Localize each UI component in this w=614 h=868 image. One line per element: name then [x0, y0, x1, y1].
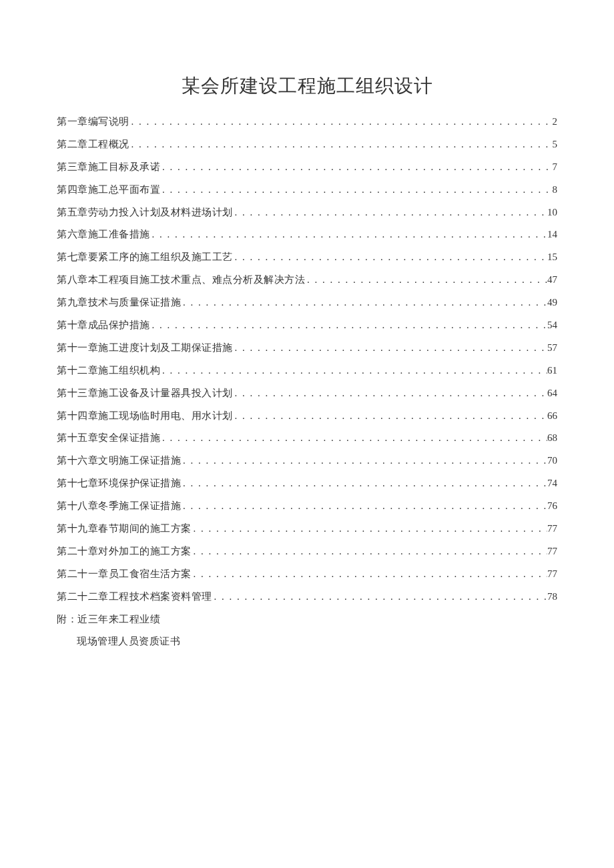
- toc-label: 第十三章施工设备及计量器具投入计划: [57, 382, 233, 405]
- toc-dots: [181, 495, 547, 518]
- toc-dots: [192, 563, 548, 586]
- toc-page: 77: [547, 540, 557, 563]
- toc-page: 7: [553, 156, 558, 179]
- toc-dots: [129, 133, 553, 156]
- toc-page: 64: [547, 382, 557, 405]
- toc-label: 第三章施工目标及承诺: [57, 156, 160, 179]
- toc-entry: 第十八章冬季施工保证措施76: [57, 495, 557, 518]
- toc-label: 第一章编写说明: [57, 111, 129, 133]
- toc-label: 第十一章施工进度计划及工期保证措施: [57, 337, 233, 360]
- toc-page: 54: [547, 314, 557, 337]
- toc-entry: 第二十二章工程技术档案资料管理78: [57, 586, 557, 608]
- toc-label: 第八章本工程项目施工技术重点、难点分析及解决方法: [57, 269, 305, 292]
- toc-entry: 第十三章施工设备及计量器具投入计划64: [57, 382, 557, 405]
- toc-dots: [192, 540, 548, 563]
- toc-entry: 第五章劳动力投入计划及材料进场计划10: [57, 201, 557, 224]
- document-title: 某会所建设工程施工组织设计: [57, 73, 557, 99]
- table-of-contents: 第一章编写说明2第二章工程概况5第三章施工目标及承诺7第四章施工总平面布置8第五…: [57, 111, 557, 608]
- toc-label: 第十七章环境保护保证措施: [57, 472, 181, 495]
- toc-label: 第十九章春节期间的施工方案: [57, 518, 192, 540]
- toc-page: 74: [547, 472, 557, 495]
- toc-dots: [160, 427, 547, 450]
- toc-page: 68: [547, 427, 557, 450]
- toc-label: 第十六章文明施工保证措施: [57, 450, 181, 472]
- appendix-line-2: 现场管理人员资质证书: [57, 630, 557, 653]
- toc-page: 47: [547, 269, 557, 292]
- toc-entry: 第十九章春节期间的施工方案77: [57, 518, 557, 540]
- toc-dots: [160, 156, 553, 179]
- toc-page: 77: [547, 518, 557, 540]
- toc-entry: 第四章施工总平面布置8: [57, 179, 557, 201]
- toc-page: 8: [553, 179, 558, 201]
- toc-label: 第十四章施工现场临时用电、用水计划: [57, 405, 233, 428]
- toc-page: 78: [547, 586, 557, 608]
- toc-dots: [160, 179, 553, 201]
- toc-dots: [305, 269, 547, 292]
- appendix-line-1: 附：近三年来工程业绩: [57, 608, 557, 631]
- toc-label: 第十二章施工组织机构: [57, 360, 160, 382]
- toc-page: 76: [547, 495, 557, 518]
- toc-entry: 第十五章安全保证措施68: [57, 427, 557, 450]
- toc-page: 49: [547, 292, 557, 314]
- toc-dots: [233, 246, 548, 269]
- toc-entry: 第二章工程概况5: [57, 133, 557, 156]
- toc-entry: 第八章本工程项目施工技术重点、难点分析及解决方法47: [57, 269, 557, 292]
- toc-entry: 第十一章施工进度计划及工期保证措施57: [57, 337, 557, 360]
- toc-page: 5: [553, 133, 558, 156]
- toc-page: 2: [553, 111, 558, 133]
- toc-entry: 第十二章施工组织机构61: [57, 360, 557, 382]
- toc-entry: 第九章技术与质量保证措施49: [57, 292, 557, 314]
- toc-entry: 第十七章环境保护保证措施74: [57, 472, 557, 495]
- toc-dots: [181, 450, 547, 472]
- toc-entry: 第十六章文明施工保证措施70: [57, 450, 557, 472]
- toc-label: 第十八章冬季施工保证措施: [57, 495, 181, 518]
- toc-dots: [233, 337, 548, 360]
- toc-label: 第二十一章员工食宿生活方案: [57, 563, 192, 586]
- toc-dots: [129, 111, 553, 133]
- toc-page: 77: [547, 563, 557, 586]
- toc-dots: [192, 518, 548, 540]
- toc-page: 70: [547, 450, 557, 472]
- toc-label: 第二章工程概况: [57, 133, 129, 156]
- toc-dots: [181, 472, 547, 495]
- toc-page: 10: [547, 201, 557, 224]
- toc-page: 66: [547, 405, 557, 428]
- toc-entry: 第七章要紧工序的施工组织及施工工艺15: [57, 246, 557, 269]
- toc-label: 第七章要紧工序的施工组织及施工工艺: [57, 246, 233, 269]
- toc-dots: [160, 360, 547, 382]
- toc-entry: 第二十章对外加工的施工方案77: [57, 540, 557, 563]
- toc-entry: 第六章施工准备措施14: [57, 224, 557, 246]
- toc-label: 第五章劳动力投入计划及材料进场计划: [57, 201, 233, 224]
- toc-dots: [150, 224, 548, 246]
- toc-entry: 第十章成品保护措施54: [57, 314, 557, 337]
- toc-page: 57: [547, 337, 557, 360]
- toc-label: 第九章技术与质量保证措施: [57, 292, 181, 314]
- toc-dots: [181, 292, 547, 314]
- toc-page: 14: [547, 224, 557, 246]
- toc-label: 第二十章对外加工的施工方案: [57, 540, 192, 563]
- toc-dots: [233, 201, 548, 224]
- toc-dots: [233, 405, 548, 428]
- toc-entry: 第一章编写说明2: [57, 111, 557, 133]
- toc-page: 15: [547, 246, 557, 269]
- toc-label: 第六章施工准备措施: [57, 224, 150, 246]
- toc-entry: 第十四章施工现场临时用电、用水计划66: [57, 405, 557, 428]
- toc-entry: 第二十一章员工食宿生活方案77: [57, 563, 557, 586]
- toc-label: 第十五章安全保证措施: [57, 427, 160, 450]
- toc-dots: [233, 382, 548, 405]
- toc-entry: 第三章施工目标及承诺7: [57, 156, 557, 179]
- toc-label: 第二十二章工程技术档案资料管理: [57, 586, 212, 608]
- toc-label: 第四章施工总平面布置: [57, 179, 160, 201]
- toc-label: 第十章成品保护措施: [57, 314, 150, 337]
- toc-page: 61: [547, 360, 557, 382]
- toc-dots: [212, 586, 548, 608]
- toc-dots: [150, 314, 548, 337]
